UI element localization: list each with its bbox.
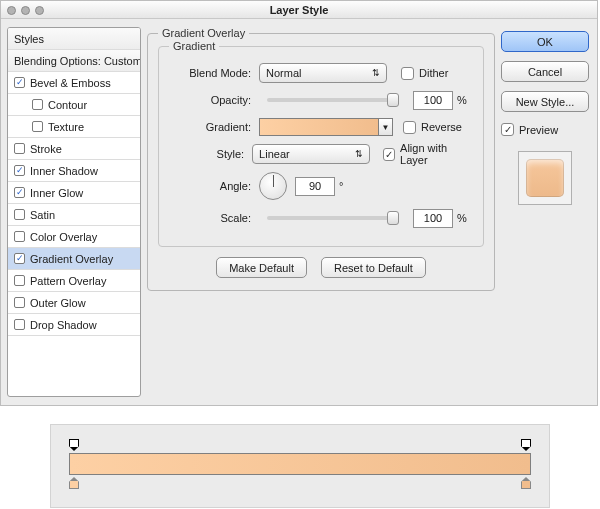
sidebar-item-bevel-emboss[interactable]: Bevel & Emboss: [8, 72, 140, 94]
color-stop-right[interactable]: [521, 477, 531, 489]
reset-default-button[interactable]: Reset to Default: [321, 257, 426, 278]
scale-unit: %: [457, 212, 467, 224]
dialog-title: Layer Style: [270, 4, 329, 16]
sidebar-item-drop-shadow[interactable]: Drop Shadow: [8, 314, 140, 336]
sidebar-item-label: Drop Shadow: [30, 319, 97, 331]
chevron-updown-icon: ⇅: [372, 69, 380, 78]
sidebar-label: Styles: [14, 33, 44, 45]
reverse-checkbox[interactable]: [403, 121, 416, 134]
settings-panel: Gradient Overlay Gradient Blend Mode: No…: [147, 27, 495, 397]
angle-unit: °: [339, 180, 343, 192]
sidebar-item-label: Outer Glow: [30, 297, 86, 309]
cancel-button[interactable]: Cancel: [501, 61, 589, 82]
window-controls: [7, 6, 44, 15]
effect-checkbox[interactable]: [14, 77, 25, 88]
gradient-editor: [50, 424, 550, 508]
preview-thumbnail: [518, 151, 572, 205]
sidebar-item-color-overlay[interactable]: Color Overlay: [8, 226, 140, 248]
preview-label: Preview: [519, 124, 558, 136]
style-label: Style:: [171, 148, 252, 160]
color-stop-left[interactable]: [69, 477, 79, 489]
sidebar-item-inner-shadow[interactable]: Inner Shadow: [8, 160, 140, 182]
sidebar-item-pattern-overlay[interactable]: Pattern Overlay: [8, 270, 140, 292]
zoom-icon[interactable]: [35, 6, 44, 15]
style-select[interactable]: Linear ⇅: [252, 144, 370, 164]
sidebar-header-blending[interactable]: Blending Options: Custom: [8, 50, 140, 72]
gradient-bar[interactable]: [69, 453, 531, 475]
sidebar-item-label: Bevel & Emboss: [30, 77, 111, 89]
sidebar-item-label: Color Overlay: [30, 231, 97, 243]
gradient-dropdown[interactable]: ▼: [379, 118, 393, 136]
effect-checkbox[interactable]: [14, 209, 25, 220]
preview-checkbox[interactable]: [501, 123, 514, 136]
new-style-button[interactable]: New Style...: [501, 91, 589, 112]
chevron-updown-icon: ⇅: [355, 150, 363, 159]
dialog-actions: OK Cancel New Style... Preview: [501, 27, 589, 397]
blend-mode-select[interactable]: Normal ⇅: [259, 63, 387, 83]
effect-checkbox[interactable]: [14, 275, 25, 286]
angle-label: Angle:: [171, 180, 259, 192]
sidebar-item-label: Contour: [48, 99, 87, 111]
title-bar: Layer Style: [1, 1, 597, 19]
angle-input[interactable]: 90: [295, 177, 335, 196]
align-label: Align with Layer: [400, 142, 471, 166]
close-icon[interactable]: [7, 6, 16, 15]
make-default-button[interactable]: Make Default: [216, 257, 307, 278]
panel-subtitle: Gradient: [169, 40, 219, 52]
opacity-input[interactable]: 100: [413, 91, 453, 110]
align-checkbox[interactable]: [383, 148, 395, 161]
sidebar-item-stroke[interactable]: Stroke: [8, 138, 140, 160]
sidebar-item-label: Stroke: [30, 143, 62, 155]
sidebar-item-satin[interactable]: Satin: [8, 204, 140, 226]
effect-checkbox[interactable]: [14, 253, 25, 264]
sidebar-item-label: Gradient Overlay: [30, 253, 113, 265]
gradient-swatch[interactable]: [259, 118, 379, 136]
effect-checkbox[interactable]: [14, 231, 25, 242]
effect-checkbox[interactable]: [32, 99, 43, 110]
blend-mode-label: Blend Mode:: [171, 67, 259, 79]
opacity-stop-right[interactable]: [521, 439, 531, 451]
opacity-stop-left[interactable]: [69, 439, 79, 451]
sidebar-item-outer-glow[interactable]: Outer Glow: [8, 292, 140, 314]
effects-sidebar: Styles Blending Options: Custom Bevel & …: [7, 27, 141, 397]
scale-input[interactable]: 100: [413, 209, 453, 228]
gradient-label: Gradient:: [171, 121, 259, 133]
blend-mode-value: Normal: [266, 67, 301, 79]
opacity-label: Opacity:: [171, 94, 259, 106]
effect-checkbox[interactable]: [14, 297, 25, 308]
effect-checkbox[interactable]: [14, 165, 25, 176]
dither-checkbox[interactable]: [401, 67, 414, 80]
opacity-unit: %: [457, 94, 467, 106]
sidebar-item-contour[interactable]: Contour: [8, 94, 140, 116]
opacity-slider[interactable]: [267, 98, 395, 102]
panel-title: Gradient Overlay: [158, 27, 249, 39]
sidebar-item-gradient-overlay[interactable]: Gradient Overlay: [8, 248, 140, 270]
sidebar-item-label: Texture: [48, 121, 84, 133]
ok-button[interactable]: OK: [501, 31, 589, 52]
sidebar-item-label: Pattern Overlay: [30, 275, 106, 287]
sidebar-item-label: Satin: [30, 209, 55, 221]
style-value: Linear: [259, 148, 290, 160]
effect-checkbox[interactable]: [32, 121, 43, 132]
sidebar-label: Blending Options: Custom: [14, 55, 141, 67]
sidebar-item-inner-glow[interactable]: Inner Glow: [8, 182, 140, 204]
reverse-label: Reverse: [421, 121, 462, 133]
slider-thumb[interactable]: [387, 93, 399, 107]
angle-dial[interactable]: [259, 172, 287, 200]
sidebar-item-texture[interactable]: Texture: [8, 116, 140, 138]
minimize-icon[interactable]: [21, 6, 30, 15]
sidebar-item-label: Inner Glow: [30, 187, 83, 199]
sidebar-item-label: Inner Shadow: [30, 165, 98, 177]
slider-thumb[interactable]: [387, 211, 399, 225]
effect-checkbox[interactable]: [14, 187, 25, 198]
dither-label: Dither: [419, 67, 448, 79]
preview-swatch-icon: [526, 159, 564, 197]
scale-label: Scale:: [171, 212, 259, 224]
scale-slider[interactable]: [267, 216, 395, 220]
sidebar-header-styles[interactable]: Styles: [8, 28, 140, 50]
effect-checkbox[interactable]: [14, 143, 25, 154]
effect-checkbox[interactable]: [14, 319, 25, 330]
layer-style-dialog: Layer Style Styles Blending Options: Cus…: [0, 0, 598, 406]
